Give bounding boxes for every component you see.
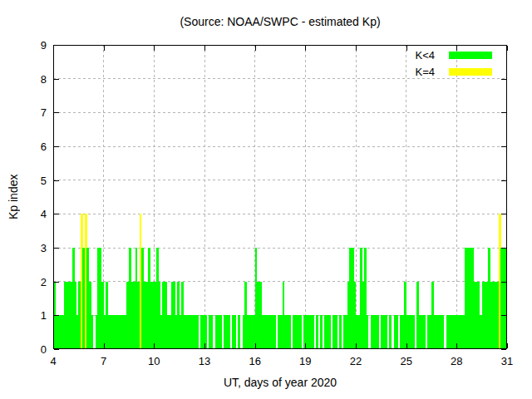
y-tick-label: 6	[25, 141, 47, 152]
kp-bar-green	[238, 315, 240, 348]
legend-row-k-equal-4: K=4	[416, 66, 493, 77]
y-gridline	[53, 146, 507, 147]
x-tick-bottom	[305, 343, 306, 348]
y-gridline	[53, 214, 507, 214]
x-tick-top	[204, 46, 205, 51]
x-tick-bottom	[154, 343, 155, 348]
x-tick-bottom	[356, 343, 357, 348]
y-tick-label: 7	[25, 107, 47, 118]
kp-bar-green	[385, 315, 387, 348]
kp-bar-green	[320, 315, 323, 348]
legend-swatch-yellow	[449, 68, 492, 76]
y-tick-label: 4	[25, 209, 47, 219]
y-tick-label: 0	[25, 344, 47, 355]
y-gridline	[53, 180, 507, 180]
kp-bar-green	[288, 315, 291, 348]
y-tick-left	[54, 248, 59, 249]
y-tick-left	[54, 45, 59, 46]
chart-title: (Source: NOAA/SWPC - estimated Kp)	[53, 15, 507, 28]
kp-bar-green	[442, 315, 445, 348]
kp-bar-green	[196, 315, 199, 348]
y-tick-label: 3	[25, 243, 47, 254]
x-tick-top	[154, 46, 155, 51]
y-tick-right	[501, 45, 506, 46]
x-tick-bottom	[456, 343, 457, 348]
plot-border	[53, 45, 507, 349]
y-tick-left	[54, 349, 59, 350]
y-tick-left	[54, 315, 59, 316]
kp-bar-green	[234, 315, 236, 348]
y-tick-left	[54, 180, 59, 181]
x-tick-bottom	[255, 343, 256, 348]
kp-bar-green	[423, 315, 426, 348]
x-tick-label: 31	[495, 356, 520, 367]
y-tick-left	[54, 282, 59, 283]
kp-bar-green	[339, 315, 342, 348]
y-tick-right	[501, 315, 506, 316]
kp-index-chart: (Source: NOAA/SWPC - estimated Kp) Kp in…	[0, 0, 532, 399]
y-tick-left	[54, 112, 59, 113]
y-tick-right	[501, 180, 506, 181]
y-gridline	[53, 281, 507, 282]
x-tick-label: 4	[41, 356, 66, 367]
kp-bar-green	[335, 315, 337, 348]
y-tick-left	[54, 146, 59, 147]
kp-bar-green	[328, 315, 331, 348]
x-gridline	[456, 45, 457, 349]
y-tick-left	[54, 214, 59, 214]
kp-bar-green	[367, 315, 369, 348]
y-tick-label: 2	[25, 277, 47, 288]
x-tick-top	[53, 46, 54, 51]
legend-swatch-green	[449, 52, 492, 59]
x-tick-top	[255, 46, 256, 51]
x-tick-top	[406, 46, 407, 51]
legend-label-k-equal-4: K=4	[416, 66, 436, 78]
kp-bar-green	[219, 315, 222, 348]
x-gridline	[305, 45, 306, 349]
y-tick-left	[54, 79, 59, 80]
kp-bar-green	[299, 315, 302, 348]
y-tick-right	[501, 214, 506, 214]
x-gridline	[204, 45, 205, 349]
y-tick-right	[501, 146, 506, 147]
kp-bar-green	[316, 315, 318, 348]
x-tick-label: 10	[141, 356, 166, 367]
y-tick-label: 5	[25, 175, 47, 186]
kp-bar-green	[396, 315, 398, 348]
kp-bar-green	[228, 315, 230, 348]
x-tick-label: 22	[343, 356, 368, 367]
x-tick-top	[507, 46, 508, 51]
legend-row-k-below-4: K<4	[416, 50, 493, 61]
y-tick-label: 8	[25, 74, 47, 85]
y-tick-label: 1	[25, 310, 47, 321]
x-axis-label: UT, days of year 2020	[53, 376, 507, 389]
legend: K<4 K=4	[416, 50, 493, 83]
kp-bar-green	[505, 248, 507, 348]
x-tick-top	[356, 46, 357, 51]
y-tick-label: 9	[25, 40, 47, 51]
x-tick-bottom	[406, 343, 407, 348]
kp-bar-green	[377, 315, 379, 348]
kp-bar-green	[389, 315, 392, 348]
x-tick-bottom	[104, 343, 105, 348]
legend-label-k-below-4: K<4	[416, 49, 436, 62]
x-tick-label: 13	[192, 356, 217, 367]
kp-bar-green	[91, 315, 94, 348]
y-tick-right	[501, 79, 506, 80]
y-gridline	[53, 112, 507, 113]
y-tick-right	[501, 282, 506, 283]
x-tick-bottom	[53, 343, 54, 348]
y-tick-right	[501, 349, 506, 350]
x-tick-label: 25	[394, 356, 419, 367]
y-gridline	[53, 248, 507, 249]
kp-bar-green	[211, 315, 214, 348]
y-tick-right	[501, 248, 506, 249]
x-tick-label: 16	[243, 356, 268, 367]
x-tick-top	[104, 46, 105, 51]
x-tick-bottom	[204, 343, 205, 348]
y-tick-right	[501, 112, 506, 113]
x-tick-label: 19	[293, 356, 318, 367]
x-tick-bottom	[507, 343, 508, 348]
y-axis-label: Kp index	[7, 45, 20, 349]
x-tick-top	[305, 46, 306, 51]
